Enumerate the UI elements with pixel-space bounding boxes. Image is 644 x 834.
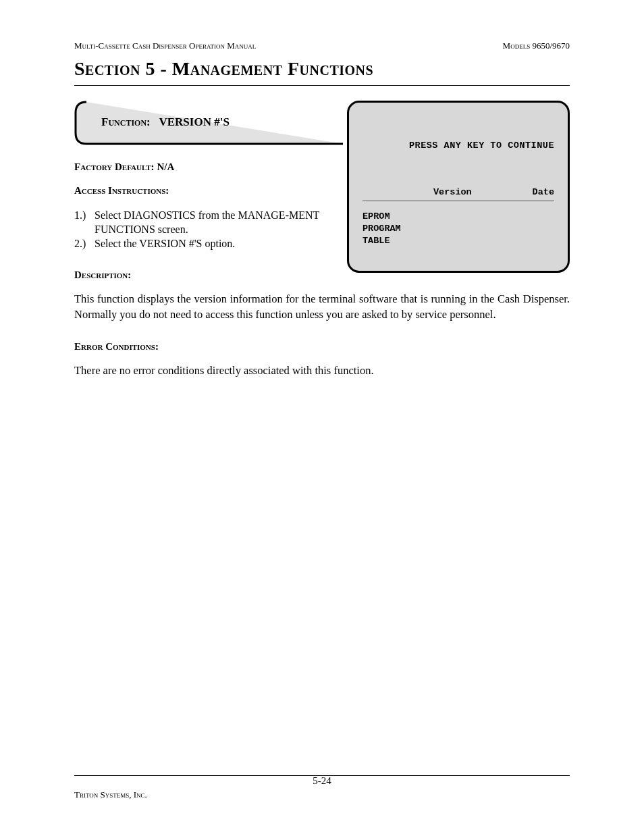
page-number: 5-24: [74, 775, 570, 787]
error-conditions-label: Error Conditions:: [74, 341, 570, 353]
list-item: 2.) Select the VERSION #'S option.: [74, 237, 344, 251]
title-rule: [74, 85, 570, 86]
item-number: 2.): [74, 237, 95, 251]
section-title: Section 5 - Management Functions: [74, 58, 570, 80]
error-conditions-text: There are no error conditions directly a…: [74, 363, 570, 378]
item-text: Select DIAGNOSTICS from the MANAGE-MENT …: [95, 209, 344, 237]
col-blank: [363, 187, 433, 197]
item-text: Select the VERSION #'S option.: [95, 237, 344, 251]
factory-default-label: Factory Default:: [74, 161, 155, 172]
function-value: VERSION #'S: [159, 115, 229, 128]
factory-default-value: N/A: [157, 161, 174, 172]
function-label: Function:: [101, 115, 151, 128]
description-text: This function displays the version infor…: [74, 292, 570, 322]
row-program: PROGRAM: [363, 223, 401, 235]
row-eprom: EPROM: [363, 211, 401, 223]
instructions-list: 1.) Select DIAGNOSTICS from the MANAGE-M…: [74, 209, 344, 251]
footer-company: Triton Systems, Inc.: [74, 789, 570, 800]
header-left: Multi-Cassette Cash Dispenser Operation …: [74, 41, 256, 51]
press-any-key: PRESS ANY KEY TO CONTINUE: [409, 140, 554, 151]
function-tab: Function: VERSION #'S: [74, 101, 344, 147]
row-table: TABLE: [363, 235, 401, 247]
header-underline: [363, 201, 554, 201]
terminal-screenshot: PRESS ANY KEY TO CONTINUE Version Date E…: [347, 101, 570, 273]
header-right: Models 9650/9670: [503, 41, 570, 51]
list-item: 1.) Select DIAGNOSTICS from the MANAGE-M…: [74, 209, 344, 237]
col-date: Date: [514, 187, 554, 197]
col-version: Version: [433, 187, 514, 197]
access-instructions-label: Access Instructions:: [74, 185, 344, 197]
item-number: 1.): [74, 209, 95, 237]
